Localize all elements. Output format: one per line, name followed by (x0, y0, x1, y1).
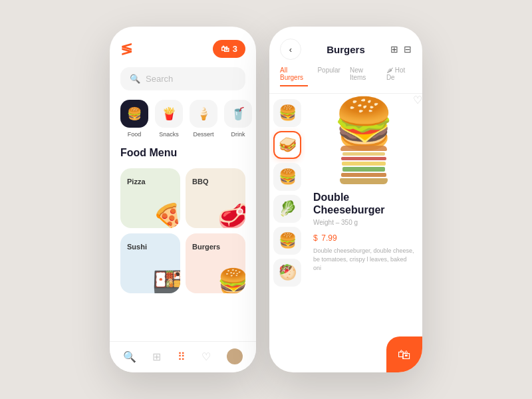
price-value: 7.99 (321, 233, 336, 243)
back-icon: ‹ (289, 45, 292, 55)
cart-bag-icon: 🛍 (398, 347, 411, 362)
thumb-item-1[interactable]: 🍔 (273, 99, 301, 127)
thumb-item-2[interactable]: 🥪 (273, 131, 301, 159)
left-phone: ≶ 🛍 3 🔍 Search 🍔 Food 🍟 Snacks 🍦 Dessert… (110, 27, 256, 372)
menu-card-bbq[interactable]: BBQ 🥩 (186, 168, 245, 228)
category-dessert[interactable]: 🍦 Dessert (190, 100, 217, 138)
thumb-item-3[interactable]: 🍔 (273, 163, 301, 191)
nav-search-icon[interactable]: 🔍 (123, 350, 136, 363)
tab-hot-deals[interactable]: 🌶 Hot De (386, 66, 412, 86)
cart-button[interactable]: 🛍 3 (213, 40, 245, 58)
nav-grid-icon[interactable]: ⠿ (178, 350, 186, 363)
grid-view-icon[interactable]: ⊞ (390, 44, 398, 55)
nav-menu-icon[interactable]: ⊞ (152, 350, 161, 363)
tab-popular[interactable]: Popular (317, 66, 340, 86)
menu-card-sushi[interactable]: Sushi 🍱 (120, 233, 180, 293)
burgers-label: Burgers (192, 243, 220, 251)
food-label: Food (128, 131, 142, 138)
menu-card-pizza[interactable]: Pizza 🍕 (120, 168, 180, 228)
category-drinks[interactable]: 🥤 Drink (224, 100, 252, 138)
right-page-title: Burgers (327, 44, 365, 55)
menu-grid: Pizza 🍕 BBQ 🥩 Sushi 🍱 Burgers 🍔 (120, 168, 245, 293)
drinks-icon-box: 🥤 (224, 100, 252, 128)
category-list: 🍔 Food 🍟 Snacks 🍦 Dessert 🥤 Drink (120, 100, 245, 138)
product-description: Double cheeseburger, double cheese, be t… (313, 247, 414, 272)
snacks-icon-box: 🍟 (155, 100, 183, 128)
price-currency: $ (313, 233, 318, 243)
bbq-label: BBQ (192, 178, 208, 186)
tab-new-items[interactable]: New Items (350, 66, 377, 86)
drinks-label: Drink (231, 131, 245, 138)
bbq-image: 🥩 (217, 202, 245, 228)
left-header: ≶ 🛍 3 (120, 40, 245, 58)
nav-heart-icon[interactable]: ♡ (201, 350, 211, 363)
list-view-icon[interactable]: ⊟ (404, 44, 412, 55)
pizza-label: Pizza (127, 178, 146, 186)
pizza-image: 🍕 (152, 202, 180, 228)
product-name: Double Cheeseburger (313, 191, 414, 216)
search-icon: 🔍 (130, 74, 140, 84)
sushi-image: 🍱 (152, 267, 180, 293)
bottom-nav: 🔍 ⊞ ⠿ ♡ (110, 341, 256, 372)
burger-stack-visual (313, 146, 414, 184)
search-bar[interactable]: 🔍 Search (120, 67, 245, 90)
thumb-item-6[interactable]: 🥙 (273, 259, 301, 287)
thumbnail-list: 🍔 🥪 🍔 🥬 🍔 🥙 (269, 94, 305, 372)
right-header-icons: ⊞ ⊟ (390, 44, 412, 55)
dessert-icon-box: 🍦 (190, 100, 217, 128)
burgers-image: 🍔 (217, 267, 245, 293)
cart-count: 3 (233, 44, 237, 54)
right-phone: ‹ Burgers ⊞ ⊟ All Burgers Popular New It… (269, 27, 422, 372)
add-to-cart-button[interactable]: 🛍 (386, 336, 422, 372)
category-snacks[interactable]: 🍟 Snacks (155, 100, 183, 138)
menu-card-burgers[interactable]: Burgers 🍔 (186, 233, 245, 293)
tab-all-burgers[interactable]: All Burgers (280, 66, 308, 86)
food-icon-box: 🍔 (120, 100, 148, 128)
nav-avatar[interactable] (227, 348, 243, 364)
burger-tabs: All Burgers Popular New Items 🌶 Hot De (269, 66, 422, 94)
product-hero-image: 🍔 (313, 99, 414, 148)
cart-icon: 🛍 (221, 44, 229, 54)
product-detail: ♡ 🍔 Double Cheeseburger Weight – 350 g $… (305, 94, 422, 372)
product-weight: Weight – 350 g (313, 219, 414, 226)
menu-title: Food Menu (120, 147, 245, 159)
wishlist-heart-icon[interactable]: ♡ (413, 94, 422, 106)
search-placeholder: Search (146, 74, 173, 84)
right-header: ‹ Burgers ⊞ ⊟ (269, 27, 422, 66)
back-button[interactable]: ‹ (280, 39, 301, 60)
right-content: 🍔 🥪 🍔 🥬 🍔 🥙 ♡ 🍔 Doub (269, 94, 422, 372)
dessert-label: Dessert (193, 131, 213, 138)
category-food[interactable]: 🍔 Food (120, 100, 148, 138)
product-price: $ 7.99 (313, 229, 414, 244)
app-logo: ≶ (120, 41, 132, 58)
sushi-label: Sushi (127, 243, 147, 251)
thumb-item-5[interactable]: 🍔 (273, 227, 301, 255)
thumb-item-4[interactable]: 🥬 (273, 195, 301, 223)
snacks-label: Snacks (159, 131, 179, 138)
